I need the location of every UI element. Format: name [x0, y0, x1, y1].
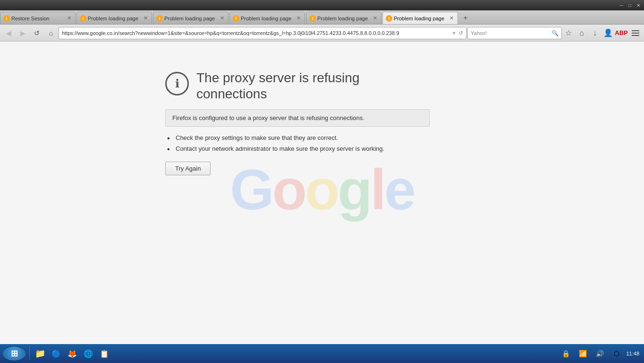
dropdown-arrow-icon[interactable]: ▼ [451, 30, 457, 36]
tab-close-button[interactable]: ✕ [142, 15, 149, 22]
minimize-button[interactable]: ─ [618, 2, 625, 9]
error-description: Firefox is configured to use a proxy ser… [165, 109, 430, 127]
hamburger-line [632, 33, 639, 34]
tab-warn-icon: ! [156, 15, 163, 22]
tab-warn-icon: ! [233, 15, 239, 22]
bullet-2-text: Contact your network administrator to ma… [176, 145, 384, 152]
tab-warn-icon: ! [3, 15, 10, 22]
adblock-icon[interactable]: ABP [616, 27, 627, 39]
tab-problem-5[interactable]: ! Problem loading page ✕ [306, 12, 381, 24]
tab-label: Problem loading page [317, 16, 370, 21]
info-icon-symbol: ℹ [175, 77, 179, 90]
tab-close-button[interactable]: ✕ [295, 15, 302, 22]
taskbar-tray-icon-2[interactable]: 📶 [575, 346, 590, 361]
tab-label: Problem loading page [88, 16, 140, 21]
home-icon[interactable]: ⌂ [576, 27, 587, 39]
tabbar: ! Restore Session ✕ ! Problem loading pa… [0, 10, 644, 25]
error-description-text: Firefox is configured to use a proxy ser… [172, 114, 364, 121]
page-content: Google ℹ The proxy server is refusing co… [0, 42, 644, 344]
taskbar-separator [29, 347, 30, 360]
refresh-button[interactable]: ↺ [30, 26, 43, 40]
tab-problem-6-active[interactable]: ! Problem loading page ✕ [382, 12, 458, 24]
tab-label: Problem loading page [164, 16, 217, 21]
taskbar-right: 🔒 📶 🔊 ⬡ 11:48 [558, 346, 642, 361]
search-icon[interactable]: 🔍 [551, 30, 559, 36]
maximize-button[interactable]: □ [626, 2, 634, 9]
new-tab-button[interactable]: + [459, 12, 472, 24]
taskbar-chrome-icon[interactable]: 🔵 [49, 346, 64, 361]
titlebar: ─ □ ✕ [0, 0, 644, 10]
tab-problem-4[interactable]: ! Problem loading page ✕ [229, 12, 305, 24]
tab-label: Restore Session [11, 16, 64, 21]
home-button[interactable]: ⌂ [44, 26, 58, 40]
hamburger-line [632, 30, 639, 31]
taskbar-firefox-icon[interactable]: 🦊 [65, 346, 80, 361]
search-bar[interactable]: Yahoo! 🔍 [467, 27, 562, 39]
tab-problem-3[interactable]: ! Problem loading page ✕ [153, 12, 229, 24]
tab-restore-session[interactable]: ! Restore Session ✕ [0, 12, 76, 24]
address-icons: ▼ ↺ [451, 30, 463, 36]
taskbar: ⊞ 📁 🔵 🦊 🌐 📋 🔒 📶 🔊 ⬡ 11:48 [0, 344, 644, 363]
close-button[interactable]: ✕ [635, 2, 642, 9]
url-text: https://www.google.co.in/search?newwindo… [62, 30, 451, 36]
navbar: ◀ ▶ ↺ ⌂ https://www.google.co.in/search?… [0, 25, 644, 42]
tab-close-button[interactable]: ✕ [448, 15, 455, 22]
taskbar-app-icon[interactable]: 📋 [97, 346, 112, 361]
user-icon[interactable]: 👤 [602, 27, 614, 39]
tab-warn-icon: ! [309, 15, 316, 22]
tab-label: Problem loading page [241, 16, 293, 21]
taskbar-tray-icon-3[interactable]: 🔊 [592, 346, 607, 361]
bullet-1-text: Check the proxy settings to make sure th… [176, 134, 338, 141]
try-again-button[interactable]: Try Again [165, 162, 211, 175]
tab-close-button[interactable]: ✕ [66, 15, 72, 22]
tab-warn-icon: ! [386, 15, 392, 22]
download-icon[interactable]: ↓ [589, 27, 601, 39]
taskbar-bluetooth-icon[interactable]: ⬡ [609, 346, 624, 361]
time-display: 11:48 [626, 351, 642, 356]
tab-close-button[interactable]: ✕ [219, 15, 225, 22]
address-bar[interactable]: https://www.google.co.in/search?newwindo… [59, 27, 466, 39]
taskbar-folder-icon[interactable]: 📁 [33, 346, 48, 361]
refresh-small-icon[interactable]: ↺ [458, 30, 463, 36]
start-button[interactable]: ⊞ [2, 346, 26, 361]
taskbar-ie-icon[interactable]: 🌐 [81, 346, 96, 361]
bookmark-icon[interactable]: ☆ [563, 27, 574, 39]
error-list-item-1: Check the proxy settings to make sure th… [167, 134, 430, 141]
search-bar-text: Yahoo! [471, 30, 551, 36]
back-button[interactable]: ◀ [2, 26, 15, 40]
forward-button[interactable]: ▶ [16, 26, 29, 40]
start-icon: ⊞ [11, 348, 18, 359]
error-container: ℹ The proxy server is refusing connectio… [165, 70, 430, 175]
tab-warn-icon: ! [80, 15, 86, 22]
error-list-item-2: Contact your network administrator to ma… [167, 145, 430, 152]
info-icon: ℹ [165, 72, 189, 95]
menu-button[interactable] [629, 26, 642, 40]
tab-label: Problem loading page [394, 16, 446, 21]
toolbar-icons: ☆ ⌂ ↓ 👤 ABP [563, 26, 642, 40]
tab-close-button[interactable]: ✕ [372, 15, 378, 22]
hamburger-line [632, 35, 639, 36]
error-title-row: ℹ The proxy server is refusing connectio… [165, 70, 430, 102]
taskbar-tray-icon-1[interactable]: 🔒 [558, 346, 573, 361]
error-list: Check the proxy settings to make sure th… [165, 134, 430, 152]
error-title: The proxy server is refusing connections [196, 70, 430, 102]
tab-problem-2[interactable]: ! Problem loading page ✕ [76, 12, 152, 24]
